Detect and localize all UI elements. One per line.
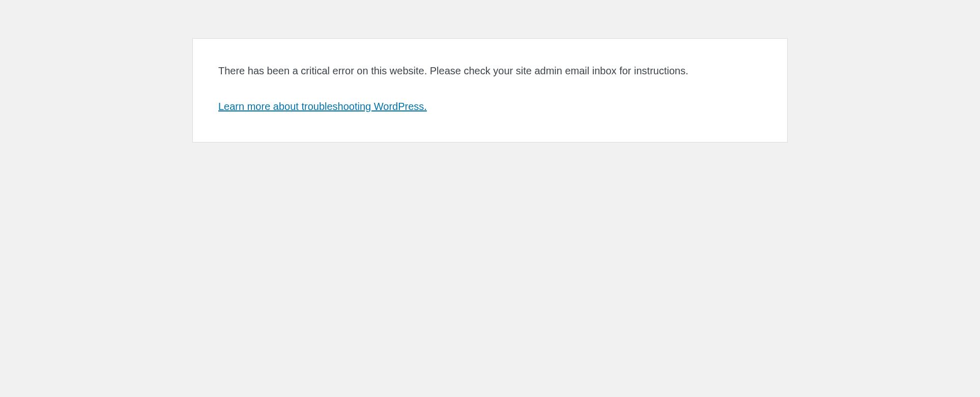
troubleshooting-link[interactable]: Learn more about troubleshooting WordPre… — [218, 101, 427, 112]
error-box: There has been a critical error on this … — [192, 38, 788, 143]
error-message: There has been a critical error on this … — [218, 63, 762, 78]
error-link-container: Learn more about troubleshooting WordPre… — [218, 99, 762, 114]
